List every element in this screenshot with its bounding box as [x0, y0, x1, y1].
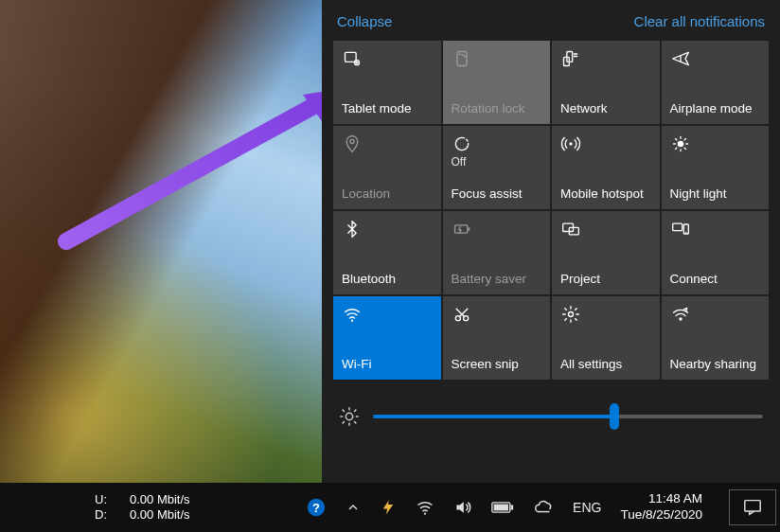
tile-snip[interactable]: Screen snip: [443, 296, 551, 380]
tile-state: [452, 327, 542, 338]
tile-location[interactable]: Location: [333, 126, 441, 209]
svg-point-13: [677, 141, 683, 148]
tile-state: [342, 156, 433, 168]
svg-text:?: ?: [312, 501, 320, 515]
svg-point-5: [458, 53, 460, 55]
battery-icon: [452, 219, 542, 239]
net-down-value: 0.00 Mbit/s: [130, 507, 190, 523]
collapse-link[interactable]: Collapse: [337, 13, 392, 29]
bluetooth-icon: [342, 219, 433, 239]
night-icon: [670, 133, 761, 154]
bolt-icon[interactable]: [380, 497, 397, 518]
volume-icon[interactable]: [453, 498, 472, 517]
wifi-icon: [342, 304, 433, 325]
svg-line-42: [355, 422, 356, 423]
svg-line-44: [355, 410, 356, 411]
svg-rect-50: [494, 505, 508, 511]
svg-point-34: [569, 312, 574, 317]
battery-tray-icon[interactable]: [491, 500, 514, 515]
svg-rect-51: [745, 501, 760, 511]
svg-line-19: [684, 148, 685, 149]
tablet-icon: [342, 48, 433, 69]
tile-label: Airplane mode: [670, 102, 761, 116]
tile-state: [342, 71, 433, 82]
svg-point-47: [424, 513, 426, 515]
onedrive-tray-icon[interactable]: [533, 497, 554, 518]
tile-state: Off: [452, 156, 542, 168]
tile-label: Mobile hotspot: [560, 187, 651, 202]
tile-label: Project: [560, 273, 651, 287]
tile-state: [670, 327, 761, 338]
tile-airplane[interactable]: Airplane mode: [662, 41, 770, 124]
settings-icon: [560, 304, 651, 325]
tile-label: Bluetooth: [342, 273, 433, 287]
clear-notifications-link[interactable]: Clear all notifications: [634, 13, 765, 29]
sharing-icon: [670, 304, 761, 325]
location-icon: [342, 133, 433, 154]
tile-bluetooth[interactable]: Bluetooth: [333, 211, 441, 294]
project-icon: [560, 219, 651, 239]
taskbar: U: 0.00 Mbit/s D: 0.00 Mbit/s ?: [0, 483, 780, 532]
svg-line-21: [684, 139, 685, 140]
wifi-tray-icon[interactable]: [416, 498, 434, 517]
tile-connect[interactable]: Connect: [662, 211, 770, 294]
tile-label: Network: [560, 102, 651, 116]
tile-settings[interactable]: All settings: [552, 296, 660, 380]
tile-tablet[interactable]: Tablet mode: [333, 41, 441, 124]
svg-line-43: [343, 422, 344, 423]
tray-chevron-icon[interactable]: [346, 500, 361, 515]
network-icon: [560, 48, 651, 69]
tile-label: Screen snip: [452, 358, 542, 372]
tile-state: [560, 156, 651, 168]
net-down-label: D:: [95, 507, 107, 523]
tile-project[interactable]: Project: [552, 211, 660, 294]
svg-line-18: [675, 139, 676, 140]
svg-line-41: [343, 410, 344, 411]
brightness-slider-thumb[interactable]: [610, 403, 619, 430]
svg-point-11: [350, 139, 354, 143]
svg-point-29: [351, 320, 353, 322]
tile-label: Connect: [670, 273, 761, 287]
tile-state: [452, 71, 542, 82]
tile-night[interactable]: Night light: [662, 126, 770, 209]
svg-point-35: [679, 317, 682, 320]
net-up-label: U:: [95, 492, 107, 507]
tile-focus[interactable]: OffFocus assist: [443, 126, 551, 209]
tile-state: [560, 327, 651, 338]
tile-label: Rotation lock: [452, 102, 542, 116]
svg-rect-22: [454, 225, 467, 233]
tile-label: Wi-Fi: [342, 358, 433, 372]
tile-state: [342, 241, 433, 253]
help-icon[interactable]: ?: [306, 497, 327, 518]
connect-icon: [670, 219, 761, 239]
brightness-slider[interactable]: [373, 415, 763, 418]
action-center-button[interactable]: [729, 489, 776, 525]
tile-battery[interactable]: Battery saver: [443, 211, 551, 294]
tile-label: Battery saver: [452, 273, 542, 287]
svg-rect-49: [511, 505, 514, 509]
airplane-icon: [670, 48, 761, 69]
svg-rect-0: [346, 52, 357, 62]
svg-rect-26: [672, 223, 682, 231]
clock-time: 11:48 AM: [620, 491, 702, 507]
clock-date: Tue/8/25/2020: [620, 507, 702, 523]
desktop-wallpaper: [0, 0, 322, 483]
clock[interactable]: 11:48 AM Tue/8/25/2020: [620, 491, 702, 523]
tile-label: Focus assist: [452, 187, 542, 202]
tile-label: Tablet mode: [342, 102, 433, 116]
tile-label: Location: [342, 187, 433, 202]
action-center-panel: Collapse Clear all notifications Tablet …: [322, 0, 780, 483]
svg-rect-4: [457, 52, 467, 66]
tile-label: Night light: [670, 187, 761, 202]
tile-rotation[interactable]: Rotation lock: [443, 41, 551, 124]
tile-wifi[interactable]: Wi-Fi: [333, 296, 441, 380]
tile-state: [560, 71, 651, 82]
language-indicator[interactable]: ENG: [573, 500, 601, 515]
tile-network[interactable]: Network: [552, 41, 660, 124]
tile-sharing[interactable]: Nearby sharing: [662, 296, 770, 380]
focus-icon: [452, 133, 542, 154]
net-meter: U: 0.00 Mbit/s D: 0.00 Mbit/s: [95, 492, 190, 523]
tile-hotspot[interactable]: Mobile hotspot: [552, 126, 660, 209]
tile-state: [670, 241, 761, 253]
tile-label: Nearby sharing: [670, 358, 761, 372]
